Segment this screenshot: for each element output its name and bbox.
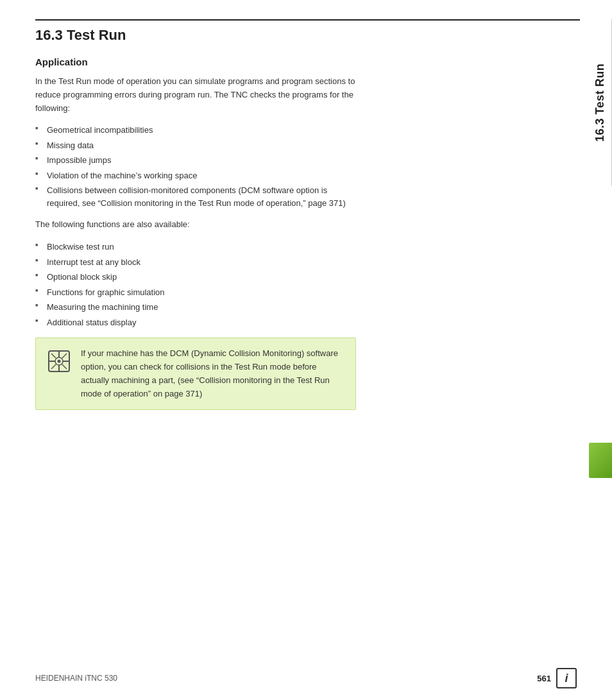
list-item: Additional status display	[35, 316, 356, 329]
page-container: 16.3 Test Run 16.3 Test Run Application …	[0, 0, 612, 700]
dcm-svg-icon	[47, 349, 71, 373]
list-item: Geometrical incompatibilities	[35, 124, 356, 137]
list-item: Missing data	[35, 139, 356, 152]
footer-page-number-area: 561 i	[537, 668, 577, 688]
list-item: Functions for graphic simulation	[35, 286, 356, 299]
info-box: If your machine has the DCM (Dynamic Col…	[35, 337, 356, 410]
list-item: Measuring the machining time	[35, 301, 356, 314]
list-item: Optional block skip	[35, 271, 356, 284]
page-title: 16.3 Test Run	[35, 27, 580, 44]
page-number: 561	[537, 674, 551, 683]
function-items-list: Blockwise test run Interrupt test at any…	[35, 241, 356, 329]
top-rule	[35, 19, 580, 21]
svg-point-10	[58, 360, 61, 363]
svg-line-9	[51, 364, 56, 369]
list-item: Violation of the machine’s working space	[35, 169, 356, 182]
green-accent-block	[589, 443, 612, 478]
info-badge-icon: i	[556, 668, 577, 688]
svg-line-7	[62, 364, 67, 369]
main-content: 16.3 Test Run Application In the Test Ru…	[35, 19, 580, 662]
list-item: Interrupt test at any block	[35, 256, 356, 269]
dcm-icon	[46, 348, 72, 374]
section-heading: Application	[35, 56, 580, 67]
sidebar-tab: 16.3 Test Run	[589, 19, 612, 186]
footer: HEIDENHAIN iTNC 530 561 i	[35, 668, 577, 688]
list-item: Impossible jumps	[35, 154, 356, 167]
svg-line-6	[51, 354, 56, 358]
list-item: Blockwise test run	[35, 241, 356, 253]
svg-line-8	[62, 354, 67, 358]
intro-paragraph: In the Test Run mode of operation you ca…	[35, 75, 356, 115]
list-item: Collisions between collision-monitored c…	[35, 184, 356, 209]
footer-brand: HEIDENHAIN iTNC 530	[35, 674, 117, 683]
check-items-list: Geometrical incompatibilities Missing da…	[35, 124, 356, 209]
info-box-text: If your machine has the DCM (Dynamic Col…	[81, 347, 345, 400]
sidebar-tab-label: 16.3 Test Run	[593, 64, 607, 142]
functions-available-text: The following functions are also availab…	[35, 218, 356, 232]
